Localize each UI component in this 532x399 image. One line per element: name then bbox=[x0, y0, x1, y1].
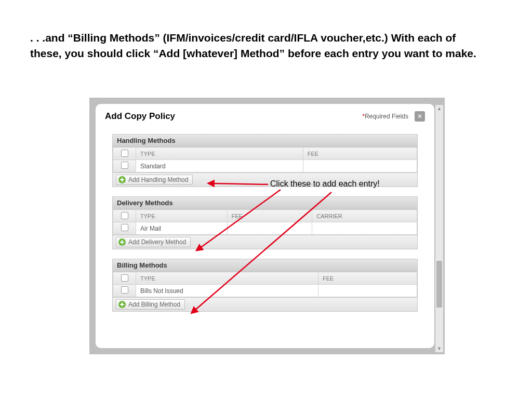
scroll-up-icon[interactable]: ▲ bbox=[435, 105, 443, 112]
col-fee: FEE bbox=[318, 272, 417, 285]
table-row: Bills Not Issued bbox=[113, 285, 417, 297]
scroll-down-icon[interactable]: ▼ bbox=[435, 345, 443, 352]
scrollbar[interactable]: ▲ ▼ bbox=[435, 105, 443, 352]
cell-fee[interactable] bbox=[303, 160, 417, 172]
cell-type[interactable]: Bills Not Issued bbox=[136, 285, 318, 297]
col-fee: FEE bbox=[227, 210, 312, 222]
cell-type[interactable]: Air Mail bbox=[136, 222, 228, 235]
add-delivery-label: Add Delivery Method bbox=[128, 238, 186, 246]
scroll-thumb[interactable] bbox=[436, 261, 442, 308]
table-row: Air Mail bbox=[113, 222, 417, 235]
col-carrier: CARRIER bbox=[312, 210, 417, 222]
delivery-methods-section: Delivery Methods TYPE FEE CARRIER Air Ma… bbox=[112, 196, 418, 249]
cell-type[interactable]: Standard bbox=[136, 160, 303, 172]
add-billing-method-button[interactable]: Add Billing Method bbox=[116, 299, 185, 310]
cell-carrier[interactable] bbox=[312, 222, 417, 235]
plus-icon bbox=[118, 301, 126, 308]
add-delivery-method-button[interactable]: Add Delivery Method bbox=[116, 237, 191, 247]
col-type: TYPE bbox=[136, 272, 318, 285]
add-billing-label: Add Billing Method bbox=[128, 301, 180, 308]
annotation-click-text: Click these to add each entry! bbox=[270, 179, 380, 189]
select-all-checkbox[interactable] bbox=[113, 210, 136, 222]
add-handling-label: Add Handling Method bbox=[128, 176, 188, 183]
delivery-methods-title: Delivery Methods bbox=[113, 197, 417, 209]
select-all-checkbox[interactable] bbox=[113, 272, 136, 285]
col-type: TYPE bbox=[136, 210, 228, 222]
handling-methods-title: Handling Methods bbox=[113, 135, 417, 147]
close-icon[interactable]: ✕ bbox=[415, 111, 425, 122]
add-handling-method-button[interactable]: Add Handling Method bbox=[116, 175, 193, 185]
row-checkbox[interactable] bbox=[113, 222, 136, 235]
modal-title: Add Copy Policy bbox=[105, 111, 175, 122]
add-copy-policy-modal: Add Copy Policy *Required Fields ✕ Handl… bbox=[96, 104, 434, 348]
cell-fee[interactable] bbox=[318, 285, 417, 297]
col-type: TYPE bbox=[136, 148, 303, 160]
row-checkbox[interactable] bbox=[113, 285, 136, 297]
cell-fee[interactable] bbox=[227, 222, 312, 235]
row-checkbox[interactable] bbox=[113, 160, 136, 172]
select-all-checkbox[interactable] bbox=[113, 148, 136, 160]
slide-instruction-text: . . .and “Billing Methods” (IFM/invoices… bbox=[30, 30, 477, 62]
plus-icon bbox=[118, 238, 126, 246]
table-row: Standard bbox=[113, 160, 417, 172]
billing-methods-section: Billing Methods TYPE FEE Bills Not Issue… bbox=[112, 259, 418, 312]
col-fee: FEE bbox=[303, 148, 417, 160]
plus-icon bbox=[118, 176, 126, 183]
required-fields-label: *Required Fields bbox=[362, 113, 408, 120]
screenshot-frame: ▲ ▼ Add Copy Policy *Required Fields ✕ H… bbox=[89, 98, 445, 354]
billing-methods-title: Billing Methods bbox=[113, 259, 417, 272]
